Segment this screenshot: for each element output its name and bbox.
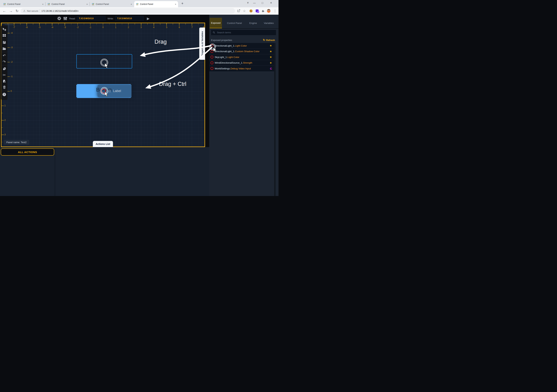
ruler-x-label: 1 <box>114 26 118 29</box>
properties-variables-label: Properties & Variables <box>201 31 204 56</box>
ruler-y-tick <box>1 120 4 120</box>
cut-button[interactable]: ✂ <box>1 72 8 78</box>
tab-close-icon[interactable]: × <box>131 3 132 6</box>
ruler-y-label: 2 <box>4 119 6 121</box>
property-row[interactable]: SkyLight_1. Light Color ★ <box>209 54 274 60</box>
sliders-icon[interactable] <box>63 16 67 21</box>
mouse-cursor-icon <box>213 47 217 54</box>
browser-tab-2[interactable]: Control Panel × <box>46 1 90 7</box>
search-input[interactable] <box>217 31 274 34</box>
cookie-extension-icon[interactable] <box>249 9 253 13</box>
control-panel-favicon <box>92 3 94 5</box>
tab-close-icon[interactable]: × <box>86 3 88 6</box>
resize-handle[interactable] <box>76 83 77 85</box>
read-label: Read: <box>69 17 76 20</box>
scrollbar-track[interactable] <box>274 43 276 196</box>
tab-close-icon[interactable]: × <box>42 3 43 6</box>
bookmark-star-icon[interactable]: ☆ <box>243 9 246 13</box>
settings-gear-icon[interactable] <box>57 16 61 21</box>
drag-ctrl-annotation: Drag + Ctrl <box>159 81 186 87</box>
right-panel <box>209 15 278 196</box>
ruler-x-label: 3 <box>139 26 143 29</box>
ruler-y-label: 1 <box>4 104 6 107</box>
window-maximize-button[interactable]: □ <box>262 1 263 4</box>
property-owner: WindDirectionalSource_1. <box>215 61 243 64</box>
extensions-puzzle-icon[interactable] <box>262 9 264 13</box>
copy-button[interactable] <box>1 66 8 72</box>
refresh-button[interactable]: ↻ Refresh <box>263 38 275 42</box>
back-button[interactable]: ← <box>2 9 6 13</box>
tab-title: Control Panel <box>96 3 129 5</box>
write-input[interactable] <box>115 16 144 21</box>
url-text[interactable]: 172.28.96.1:16211/#edit-VGVzdDI= <box>41 10 79 12</box>
tab-control-panel[interactable]: Control Panel <box>227 22 242 24</box>
open-button[interactable] <box>1 46 8 52</box>
select-move-tool[interactable] <box>1 26 8 32</box>
drag-ghost-label: Label <box>113 89 121 93</box>
profile-avatar[interactable] <box>267 9 270 13</box>
redo-button[interactable]: ↷ <box>1 59 8 65</box>
star-badge-icon[interactable]: ★ <box>270 61 272 64</box>
refresh-icon: ↻ <box>263 38 265 42</box>
control-panel-favicon <box>136 3 139 5</box>
property-row[interactable]: DirectionalLight_1. Light Color ★ <box>209 43 274 49</box>
widget-grid-tool[interactable] <box>1 32 8 38</box>
resize-handle[interactable] <box>76 97 77 98</box>
address-bar[interactable]: ⚠ Not secure 172.28.96.1:16211/#edit-VGV… <box>21 8 235 14</box>
browser-tab-3[interactable]: Control Panel × <box>90 1 134 7</box>
tab-title: Control Panel <box>140 3 173 5</box>
resize-handle[interactable] <box>131 83 132 85</box>
save-button[interactable] <box>1 39 8 46</box>
record-circle-icon[interactable] <box>211 61 213 64</box>
refresh-label: Refresh <box>266 39 275 41</box>
record-circle-icon[interactable] <box>211 56 213 58</box>
property-owner: SkyLight_1. <box>215 56 228 58</box>
all-actions-button[interactable]: ALL ACTIONS <box>1 148 54 156</box>
browser-menu-kebab-icon[interactable]: ⋮ <box>273 9 277 13</box>
property-name: Light Color <box>235 44 247 47</box>
window-close-button[interactable]: × <box>270 1 272 5</box>
share-icon[interactable] <box>237 9 240 13</box>
tab-variables[interactable]: Variables <box>264 22 274 24</box>
tab-engine[interactable]: Engine <box>249 22 257 24</box>
tab-close-icon[interactable]: × <box>175 3 176 6</box>
ruler-y-tick <box>7 33 10 33</box>
undo-button[interactable]: ↶ <box>1 53 8 59</box>
property-owner: DirectionalLight_1. <box>215 44 235 47</box>
new-tab-button[interactable]: + <box>181 1 183 6</box>
help-button[interactable]: ? <box>1 91 8 97</box>
ruler-y-label: -1 <box>10 75 13 78</box>
ruler-y-label: 3 <box>4 133 6 136</box>
ruler-y-label: -4 <box>10 32 13 34</box>
property-row[interactable]: WorldSettings. Debug Video Input C <box>209 66 274 72</box>
purple-extension-icon[interactable]: 2 <box>256 9 259 12</box>
controller-badge[interactable]: C <box>270 67 272 70</box>
reload-button[interactable]: ↻ <box>16 9 18 13</box>
security-label[interactable]: Not secure <box>27 10 38 12</box>
delete-button[interactable] <box>1 84 8 90</box>
read-input[interactable] <box>77 16 106 21</box>
forward-button[interactable]: → <box>9 9 13 13</box>
resize-handle[interactable] <box>131 97 132 98</box>
actions-list-tab[interactable]: Actions List <box>93 141 113 147</box>
record-circle-icon[interactable] <box>211 67 213 70</box>
search-box[interactable] <box>211 30 276 35</box>
paste-button[interactable] <box>1 78 8 84</box>
ruler-x-label: -4 <box>50 26 54 29</box>
star-badge-icon[interactable]: ★ <box>270 50 272 53</box>
star-badge-icon[interactable]: ★ <box>270 44 272 47</box>
star-badge-icon[interactable]: ★ <box>270 56 272 59</box>
browser-tab-4-active[interactable]: Control Panel × <box>134 1 178 7</box>
browser-tab-1[interactable]: Control Panel × <box>1 1 45 7</box>
property-row[interactable]: DirectionalLight_1. Custom Shadow Color … <box>209 49 274 55</box>
ruler-x-label: -3 <box>63 26 67 29</box>
window-chevron-icon[interactable]: ∨ <box>247 1 249 4</box>
mouse-cursor-icon <box>104 63 109 69</box>
tab-exposed[interactable]: Exposed <box>210 18 222 28</box>
play-button[interactable]: ▶ <box>147 16 150 21</box>
property-row[interactable]: WindDirectionalSource_1. Strength ★ <box>209 60 274 66</box>
origin-crosshair-v <box>9 24 9 34</box>
window-minimize-button[interactable]: — <box>253 1 256 4</box>
palette-separator <box>2 65 7 65</box>
properties-variables-tab[interactable]: Properties & Variables <box>199 28 205 60</box>
